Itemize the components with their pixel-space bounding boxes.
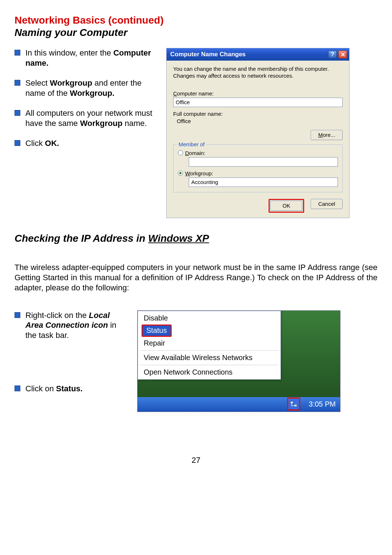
taskbar: 3:05 PM xyxy=(138,397,340,412)
full-computer-name-label: Full computer name: xyxy=(173,111,343,117)
svg-rect-0 xyxy=(290,401,293,404)
cancel-button[interactable]: Cancel xyxy=(311,199,343,209)
context-menu: Disable Status Repair View Available Wir… xyxy=(138,311,281,380)
list-item: Click OK. xyxy=(15,138,156,148)
more-button[interactable]: More... xyxy=(311,130,343,140)
section-subtitle: Naming your Computer xyxy=(15,27,377,38)
text-bold: Workgroup xyxy=(50,78,92,87)
tray-icon-highlight xyxy=(287,397,300,411)
ctx-view-networks[interactable]: View Available Wireless Networks xyxy=(138,352,281,363)
dialog-title: Computer Name Changes xyxy=(170,51,327,58)
full-computer-name-value: Office xyxy=(173,118,343,124)
bullet-square-icon xyxy=(15,110,20,116)
ok-button[interactable]: OK xyxy=(270,201,302,211)
list-item: Select Workgroup and enter the name of t… xyxy=(15,78,156,98)
dialog-description: You can change the name and the membersh… xyxy=(173,66,343,79)
computer-name-changes-dialog: Computer Name Changes ? ✕ You can change… xyxy=(166,48,350,218)
clock: 3:05 PM xyxy=(309,400,336,408)
member-of-legend: Member of xyxy=(177,141,206,147)
ctx-status[interactable]: Status xyxy=(143,326,171,336)
paragraph: The wireless adapter-equipped computers … xyxy=(15,262,377,293)
page-title: Networking Basics (continued) xyxy=(15,15,377,26)
page-number: 27 xyxy=(15,456,377,465)
text-bold: OK. xyxy=(45,139,59,148)
bullet-square-icon xyxy=(15,140,20,146)
workgroup-input[interactable] xyxy=(189,177,338,187)
ctx-disable[interactable]: Disable xyxy=(138,313,281,324)
list-item: In this window, enter the Computer name. xyxy=(15,48,156,68)
text: In this window, enter the xyxy=(25,48,113,57)
text: Click xyxy=(25,139,45,148)
computer-name-label: Computer name: xyxy=(173,90,343,97)
ok-highlight: OK xyxy=(269,199,304,213)
bullet-list-top: In this window, enter the Computer name.… xyxy=(15,48,156,159)
help-button[interactable]: ? xyxy=(328,50,337,58)
computer-name-input[interactable] xyxy=(173,98,343,107)
menu-separator xyxy=(140,365,278,365)
text: omain: xyxy=(189,150,205,156)
section-subtitle-2: Checking the IP Address in Windows XP xyxy=(15,233,377,244)
radio-unchecked-icon[interactable] xyxy=(178,150,183,155)
taskbar-screenshot: Disable Status Repair View Available Wir… xyxy=(137,310,340,412)
network-tray-icon[interactable] xyxy=(289,399,299,409)
bullet-square-icon xyxy=(15,80,20,86)
menu-separator xyxy=(140,350,278,351)
list-item: Right-click on the Local Area Connection… xyxy=(15,310,127,340)
text: orkgroup: xyxy=(190,170,213,176)
bullet-list-bottom: Right-click on the Local Area Connection… xyxy=(15,310,127,394)
text: name. xyxy=(122,119,147,128)
text: D xyxy=(185,150,189,156)
ctx-open-connections[interactable]: Open Network Connections xyxy=(138,367,281,378)
svg-rect-1 xyxy=(294,404,297,407)
bullet-square-icon xyxy=(15,312,20,318)
list-item: Click on Status. xyxy=(15,384,127,394)
text: W xyxy=(185,170,190,176)
domain-radio-row[interactable]: Domain: xyxy=(178,150,338,156)
text-bold: Status. xyxy=(56,384,82,393)
dialog-titlebar[interactable]: Computer Name Changes ? ✕ xyxy=(167,48,349,61)
text: Right-click on the xyxy=(25,311,89,320)
text: Select xyxy=(25,78,50,87)
radio-checked-icon[interactable] xyxy=(178,171,183,176)
domain-input[interactable] xyxy=(189,157,338,167)
status-highlight: Status xyxy=(142,325,172,337)
member-of-fieldset: Member of Domain: Workgroup: xyxy=(173,144,343,192)
text-bold: Workgroup xyxy=(80,119,122,128)
close-button[interactable]: ✕ xyxy=(338,50,347,58)
bullet-square-icon xyxy=(15,385,20,391)
list-item: All computers on your network must have … xyxy=(15,108,156,128)
bullet-square-icon xyxy=(15,50,20,56)
text: Click on xyxy=(25,384,56,393)
text-bold: Workgroup. xyxy=(70,89,114,98)
ctx-repair[interactable]: Repair xyxy=(138,338,281,349)
workgroup-radio-row[interactable]: Workgroup: xyxy=(178,170,338,176)
